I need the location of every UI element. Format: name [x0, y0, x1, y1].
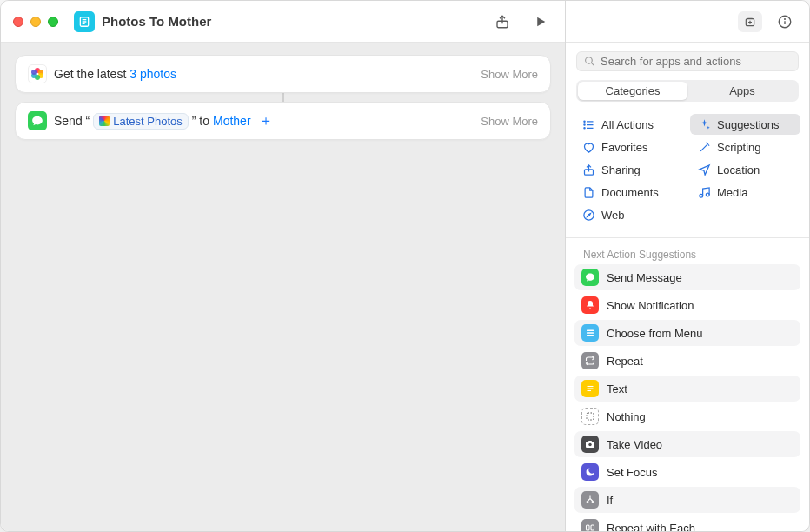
- library-toggle-button[interactable]: [738, 11, 762, 32]
- suggestion-label: Choose from Menu: [607, 327, 703, 340]
- category-scripting[interactable]: Scripting: [690, 136, 800, 157]
- close-window-button[interactable]: [13, 17, 23, 27]
- category-media[interactable]: Media: [690, 182, 800, 203]
- workflow-canvas[interactable]: Get the latest 3 photos Show More Send “: [1, 43, 565, 531]
- suggestion-repeat-with-each[interactable]: Repeat with Each: [574, 515, 800, 531]
- category-label: Sharing: [601, 163, 641, 176]
- show-more-button[interactable]: Show More: [481, 115, 538, 128]
- category-sharing[interactable]: Sharing: [574, 159, 685, 180]
- category-documents[interactable]: Documents: [574, 182, 685, 203]
- suggestion-label: Send Message: [607, 271, 682, 284]
- variable-latest-photos[interactable]: Latest Photos: [93, 113, 189, 130]
- suggestion-label: Repeat with Each: [607, 522, 695, 532]
- action-prefix: Get the latest: [54, 67, 126, 81]
- search-icon: [584, 56, 595, 67]
- add-recipient-button[interactable]: ＋: [258, 113, 274, 129]
- category-suggestions[interactable]: Suggestions: [690, 114, 800, 135]
- suggestion-take-video[interactable]: Take Video: [574, 431, 800, 457]
- svg-point-15: [583, 123, 584, 124]
- recipient-token[interactable]: Mother: [213, 114, 251, 128]
- suggestion-label: If: [607, 494, 613, 507]
- suggestions-header: Next Action Suggestions: [566, 243, 809, 264]
- suggestion-show-notification[interactable]: Show Notification: [574, 292, 800, 318]
- action-mid: ” to: [192, 114, 209, 128]
- svg-rect-21: [587, 330, 594, 332]
- music-icon: [697, 185, 711, 199]
- titlebar: Photos To Mother: [1, 1, 565, 43]
- svg-point-19: [706, 193, 709, 196]
- app-window: Photos To Mother: [0, 0, 810, 532]
- svg-rect-23: [587, 335, 594, 336]
- doc-icon: [581, 185, 595, 199]
- svg-point-28: [588, 443, 592, 447]
- suggestions-list: Send MessageShow NotificationChoose from…: [566, 264, 809, 531]
- sparkle-icon: [697, 117, 711, 131]
- library-tabs: Categories Apps: [576, 80, 799, 102]
- svg-point-10: [785, 18, 786, 19]
- search-input[interactable]: [601, 55, 791, 68]
- category-grid: All ActionsSuggestionsFavoritesScripting…: [566, 110, 809, 234]
- svg-rect-22: [587, 332, 594, 334]
- shortcut-icon: [74, 11, 95, 32]
- suggestion-label: Set Focus: [607, 466, 658, 479]
- category-label: Documents: [601, 186, 659, 199]
- photos-mini-icon: [99, 116, 110, 126]
- suggestion-set-focus[interactable]: Set Focus: [574, 459, 800, 485]
- svg-point-20: [583, 209, 593, 219]
- action-text: Send “ Latest Photos ” to Mother ＋: [54, 113, 274, 130]
- suggestion-repeat[interactable]: Repeat: [574, 348, 800, 374]
- tab-categories[interactable]: Categories: [578, 82, 687, 100]
- info-button[interactable]: [773, 11, 797, 32]
- library-pane: Categories Apps All ActionsSuggestionsFa…: [566, 1, 809, 531]
- category-all-actions[interactable]: All Actions: [574, 114, 685, 135]
- category-label: Web: [601, 209, 625, 222]
- text-icon: [581, 380, 599, 397]
- suggestion-label: Show Notification: [607, 299, 694, 312]
- heart-icon: [581, 140, 595, 154]
- suggestion-nothing[interactable]: Nothing: [574, 403, 800, 429]
- run-button[interactable]: [528, 11, 553, 32]
- variable-label: Latest Photos: [113, 115, 183, 128]
- tab-apps[interactable]: Apps: [687, 82, 797, 100]
- suggestion-label: Take Video: [607, 438, 662, 451]
- repeat-each-icon: [581, 519, 599, 531]
- svg-rect-31: [587, 525, 590, 530]
- list-icon: [581, 117, 595, 131]
- suggestion-choose-from-menu[interactable]: Choose from Menu: [574, 320, 800, 346]
- suggestion-if[interactable]: If: [574, 487, 800, 513]
- category-web[interactable]: Web: [574, 204, 685, 225]
- search-field[interactable]: [576, 51, 799, 71]
- svg-point-16: [583, 127, 584, 128]
- suggestion-send-message[interactable]: Send Message: [574, 264, 800, 290]
- safari-icon: [581, 208, 595, 222]
- photo-count-token[interactable]: 3 photos: [129, 67, 176, 81]
- action-prefix: Send “: [54, 114, 90, 128]
- svg-point-14: [583, 121, 584, 122]
- category-label: Favorites: [601, 141, 647, 154]
- category-label: Media: [717, 186, 747, 199]
- suggestion-text[interactable]: Text: [574, 376, 800, 402]
- action-send-message[interactable]: Send “ Latest Photos ” to Mother ＋ Show …: [15, 102, 551, 140]
- show-more-button[interactable]: Show More: [481, 68, 538, 81]
- wand-icon: [697, 140, 711, 154]
- window-title: Photos To Mother: [102, 14, 211, 29]
- window-controls: [13, 17, 58, 27]
- category-location[interactable]: Location: [690, 159, 800, 180]
- workflow-pane: Photos To Mother: [1, 1, 566, 531]
- category-label: All Actions: [601, 118, 654, 131]
- moon-icon: [581, 463, 599, 481]
- bell-icon: [581, 296, 599, 314]
- action-get-latest-photos[interactable]: Get the latest 3 photos Show More: [15, 55, 551, 93]
- menu-icon: [581, 324, 599, 342]
- nav-icon: [697, 163, 711, 176]
- action-text: Get the latest 3 photos: [54, 67, 176, 81]
- action-connector: [282, 93, 284, 102]
- category-favorites[interactable]: Favorites: [574, 136, 685, 157]
- message-icon: [581, 269, 599, 286]
- svg-rect-32: [591, 525, 594, 530]
- minimize-window-button[interactable]: [30, 17, 41, 27]
- share-button[interactable]: [490, 11, 515, 32]
- zoom-window-button[interactable]: [48, 17, 58, 27]
- category-label: Suggestions: [717, 118, 780, 131]
- svg-point-18: [699, 194, 702, 197]
